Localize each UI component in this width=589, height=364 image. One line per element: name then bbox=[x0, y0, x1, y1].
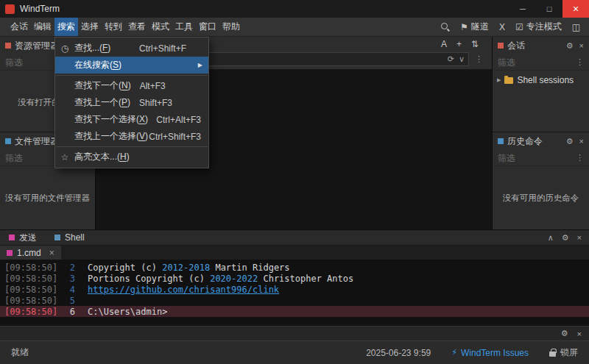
terminal-text-segment: Christopher Antos bbox=[258, 274, 353, 284]
collapsed-panel-bar: ⚙ × bbox=[0, 326, 589, 340]
tab-close-icon[interactable]: × bbox=[49, 248, 54, 258]
file-manager-empty-text: 没有可用的文件管理器 bbox=[5, 193, 90, 229]
minimize-icon: ─ bbox=[520, 4, 526, 13]
terminal-line: [09:58:50]4https://github.com/chrisant99… bbox=[0, 284, 589, 295]
gear-icon[interactable]: ⚙ bbox=[566, 41, 574, 51]
gear-icon[interactable]: ⚙ bbox=[566, 137, 574, 146]
menu-item[interactable]: ◷查找...(F)Ctrl+Shift+F bbox=[55, 40, 208, 57]
tab-Shell[interactable]: Shell bbox=[46, 230, 94, 245]
line-timestamp: [09:58:50] bbox=[0, 274, 59, 284]
menu-item[interactable]: 查找上一个选择(V)Ctrl+Shift+F3 bbox=[55, 128, 208, 145]
menu-编辑[interactable]: 编辑 bbox=[31, 18, 54, 36]
terminal-link[interactable]: https://github.com/chrisant996/clink bbox=[88, 285, 279, 295]
sessions-filter-input[interactable] bbox=[498, 57, 571, 68]
tab-icon bbox=[54, 235, 60, 240]
menu-item-label: 查找上一个选择(V) bbox=[74, 130, 149, 143]
menu-item[interactable]: 查找上一个(P)Shift+F3 bbox=[55, 94, 208, 111]
tab-1cmd[interactable]: 1.cmd × bbox=[0, 246, 61, 260]
history-panel-icon bbox=[498, 138, 504, 144]
tree-item-shell-sessions[interactable]: ▶ Shell sessions bbox=[497, 75, 585, 85]
tab-发送[interactable]: 发送 bbox=[0, 230, 46, 245]
gear-icon[interactable]: ⚙ bbox=[562, 233, 569, 243]
sessions-title: 会话 bbox=[507, 40, 525, 52]
lock-screen-button[interactable]: 锁屏 bbox=[549, 346, 578, 359]
windterm-issues-link[interactable]: ⚡ WindTerm Issues bbox=[451, 348, 529, 358]
menu-item[interactable]: 在线搜索(S)▶ bbox=[55, 57, 208, 74]
line-timestamp: [09:58:50] bbox=[0, 285, 59, 295]
close-icon[interactable]: × bbox=[577, 233, 582, 242]
right-sidebar: 会话 ⚙ × ⋮ ▶ Shell sessions bbox=[492, 37, 589, 229]
minimize-button[interactable]: ─ bbox=[509, 0, 536, 18]
terminal-output[interactable]: [09:58:50]2Copyright (c) 2012-2018 Marti… bbox=[0, 260, 589, 326]
close-icon[interactable]: × bbox=[579, 41, 584, 51]
close-button[interactable]: × bbox=[562, 0, 589, 18]
more-icon[interactable]: ⋮ bbox=[576, 153, 584, 163]
history-header: 历史命令 ⚙ × bbox=[493, 132, 589, 150]
layout-button[interactable]: ◫ bbox=[568, 18, 585, 36]
tunnel-button[interactable]: ⚑ 隧道 bbox=[456, 18, 493, 36]
more-icon[interactable]: ⋮ bbox=[475, 54, 483, 64]
line-timestamp: [09:58:50] bbox=[0, 296, 59, 306]
statusbar-right: 2025-06-23 9:59 ⚡ WindTerm Issues 锁屏 bbox=[366, 346, 578, 359]
star-icon: ☆ bbox=[55, 152, 74, 163]
x-server-button[interactable]: X bbox=[495, 18, 509, 36]
menu-会话[interactable]: 会话 bbox=[7, 18, 31, 36]
line-number: 2 bbox=[59, 263, 75, 273]
line-timestamp: [09:58:50] bbox=[0, 307, 59, 317]
menu-模式[interactable]: 模式 bbox=[149, 18, 172, 36]
terminal-line: [09:58:50]5 bbox=[0, 295, 589, 306]
menu-item[interactable]: ☆高亮文本...(H) bbox=[55, 149, 208, 165]
tree-item-label: Shell sessions bbox=[517, 75, 574, 85]
statusbar: 就绪 2025-06-23 9:59 ⚡ WindTerm Issues 锁屏 bbox=[0, 340, 589, 364]
line-text: https://github.com/chrisant996/clink bbox=[88, 285, 279, 295]
layout-icon: ◫ bbox=[572, 22, 580, 32]
chevron-down-icon[interactable]: ∨ bbox=[459, 54, 465, 64]
window-title: WindTerm bbox=[20, 4, 60, 14]
add-icon[interactable]: + bbox=[456, 39, 462, 49]
search-toolbar-button[interactable] bbox=[436, 18, 454, 36]
issues-link-label: WindTerm Issues bbox=[461, 348, 529, 358]
terminal-line: [09:58:50]3Portions Copyright (c) 2020-2… bbox=[0, 273, 589, 284]
app-icon bbox=[5, 4, 15, 14]
close-icon[interactable]: × bbox=[579, 137, 584, 146]
focus-mode-button[interactable]: ☑ 专注模式 bbox=[511, 18, 566, 36]
swap-icon[interactable]: ⇅ bbox=[471, 39, 479, 49]
history-filter-row: ⋮ bbox=[493, 150, 589, 166]
more-icon[interactable]: ⋮ bbox=[576, 57, 584, 67]
menu-工具[interactable]: 工具 bbox=[172, 18, 196, 36]
bolt-icon: ⚡ bbox=[451, 348, 457, 357]
terminal-line: [09:58:50]2Copyright (c) 2012-2018 Marti… bbox=[0, 262, 589, 273]
menu-搜索[interactable]: 搜索 bbox=[54, 18, 78, 36]
menu-窗口[interactable]: 窗口 bbox=[196, 18, 219, 36]
tunnel-label: 隧道 bbox=[471, 21, 489, 33]
folder-icon bbox=[504, 77, 513, 84]
menu-item-shortcut: Alt+F3 bbox=[140, 81, 166, 91]
font-size-icon[interactable]: A bbox=[441, 39, 447, 49]
close-icon[interactable]: × bbox=[577, 329, 582, 338]
chevron-up-icon[interactable]: ∧ bbox=[548, 233, 554, 243]
terminal-lines: [09:58:50]2Copyright (c) 2012-2018 Marti… bbox=[0, 262, 589, 317]
maximize-button[interactable]: □ bbox=[536, 0, 562, 18]
menu-选择[interactable]: 选择 bbox=[78, 18, 102, 36]
terminal-tab-label: 1.cmd bbox=[17, 248, 41, 258]
refresh-icon[interactable]: ⟳ bbox=[448, 54, 454, 64]
history-filter-input[interactable] bbox=[498, 153, 571, 163]
terminal-text-segment: C:\Users\admin> bbox=[88, 307, 167, 317]
menu-item-shortcut: Ctrl+Shift+F bbox=[139, 43, 186, 54]
menu-item[interactable]: 查找下一个(N)Alt+F3 bbox=[55, 77, 208, 94]
tab-label: Shell bbox=[65, 232, 85, 243]
bottom-tab-row-icons: ∧ ⚙ × bbox=[548, 230, 589, 245]
terminal-text-segment: 2020-2022 bbox=[210, 274, 258, 284]
sessions-panel-icon bbox=[498, 43, 504, 49]
status-ready: 就绪 bbox=[11, 346, 29, 359]
gear-icon[interactable]: ⚙ bbox=[561, 329, 568, 338]
menu-转到[interactable]: 转到 bbox=[102, 18, 125, 36]
menu-查看[interactable]: 查看 bbox=[125, 18, 149, 36]
tree-caret-icon: ▶ bbox=[497, 77, 501, 83]
explorer-title: 资源管理器 bbox=[15, 40, 59, 52]
menu-帮助[interactable]: 帮助 bbox=[219, 18, 243, 36]
menubar: 会话编辑搜索选择转到查看模式工具窗口帮助 ⚑ 隧道 X ☑ 专注模式 ◫ bbox=[0, 18, 589, 37]
terminal-tab-row: 1.cmd × bbox=[0, 245, 589, 260]
maximize-icon: □ bbox=[547, 4, 552, 13]
menu-item[interactable]: 查找下一个选择(X)Ctrl+Alt+F3 bbox=[55, 111, 208, 128]
